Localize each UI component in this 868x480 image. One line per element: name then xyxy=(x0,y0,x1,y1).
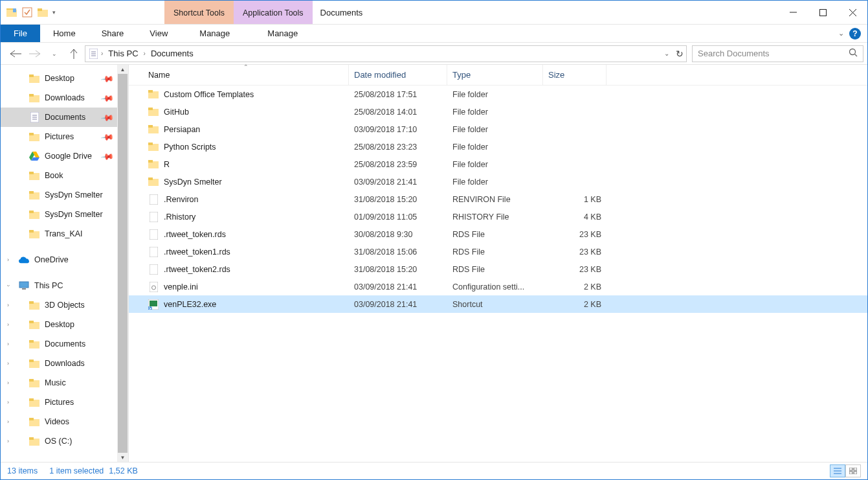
status-item-count: 13 items xyxy=(7,466,38,475)
column-type[interactable]: Type xyxy=(447,65,543,85)
expand-icon[interactable]: › xyxy=(7,302,9,308)
expand-icon[interactable]: › xyxy=(7,360,9,367)
expand-icon[interactable]: › xyxy=(7,399,9,406)
tab-manage-app[interactable]: Manage xyxy=(249,25,317,42)
scroll-up-icon[interactable]: ▲ xyxy=(117,65,128,74)
file-row[interactable]: R25/08/2018 23:59File folder xyxy=(129,155,867,173)
nav-item-sysdyn-smelter[interactable]: SysDyn Smelter xyxy=(1,205,128,224)
column-date[interactable]: Date modified xyxy=(349,65,447,85)
new-folder-icon[interactable] xyxy=(37,6,49,18)
file-row[interactable]: .Rhistory01/09/2018 11:05RHISTORY File4 … xyxy=(129,208,867,225)
file-row[interactable]: .rtweet_token.rds30/08/2018 9:30RDS File… xyxy=(129,225,867,243)
tab-share[interactable]: Share xyxy=(89,25,137,42)
file-list[interactable]: Custom Office Templates25/08/2018 17:51F… xyxy=(129,86,867,462)
svg-rect-40 xyxy=(29,301,34,304)
nav-item-book[interactable]: Book xyxy=(1,166,128,185)
pc-icon xyxy=(19,280,29,291)
qat-dropdown-icon[interactable]: ▾ xyxy=(52,9,56,16)
nav-item-desktop[interactable]: ›Desktop xyxy=(1,315,128,334)
context-tab-application[interactable]: Application Tools xyxy=(234,1,313,24)
column-name[interactable]: Name⌃ xyxy=(143,65,349,85)
refresh-icon[interactable]: ↻ xyxy=(676,49,684,59)
file-row[interactable]: Persiapan03/09/2018 17:10File folder xyxy=(129,120,867,138)
nav-scrollbar[interactable]: ▲ ▼ xyxy=(117,65,128,462)
tab-home[interactable]: Home xyxy=(40,25,89,42)
status-selection: 1 item selected xyxy=(49,466,104,475)
breadcrumb-thispc[interactable]: This PC xyxy=(106,49,140,58)
collapse-icon[interactable]: › xyxy=(5,285,12,287)
file-row[interactable]: .rtweet_token2.rds31/08/2018 15:20RDS Fi… xyxy=(129,260,867,278)
file-type: RDS File xyxy=(447,230,543,239)
file-row[interactable]: .rtweet_token1.rds31/08/2018 15:06RDS Fi… xyxy=(129,243,867,260)
file-row[interactable]: venPLE32.exe03/09/2018 21:41Shortcut2 KB xyxy=(129,295,867,313)
close-button[interactable] xyxy=(838,1,867,24)
nav-item-3d-objects[interactable]: ›3D Objects xyxy=(1,295,128,315)
navigation-pane[interactable]: Desktop📌Downloads📌Documents📌Pictures📌Goo… xyxy=(1,65,129,462)
nav-item-downloads[interactable]: ›Downloads xyxy=(1,354,128,373)
svg-rect-44 xyxy=(29,340,34,343)
nav-item-os-c-[interactable]: ›OS (C:) xyxy=(1,431,128,451)
nav-item-trans_kai[interactable]: Trans_KAI xyxy=(1,224,128,244)
properties-icon[interactable] xyxy=(21,6,33,18)
file-type: RHISTORY File xyxy=(447,212,543,222)
breadcrumb-documents[interactable]: Documents xyxy=(148,49,196,58)
file-name: venPLE32.exe xyxy=(164,300,216,309)
thumbnails-view-button[interactable] xyxy=(845,464,861,477)
nav-item-videos[interactable]: ›Videos xyxy=(1,412,128,431)
nav-item-downloads[interactable]: Downloads📌 xyxy=(1,88,128,108)
nav-item-sysdyn-smelter[interactable]: SysDyn Smelter xyxy=(1,185,128,205)
scroll-down-icon[interactable]: ▼ xyxy=(117,453,128,462)
address-dropdown-icon[interactable]: ⌄ xyxy=(664,50,669,57)
scroll-thumb[interactable] xyxy=(118,74,128,462)
column-size[interactable]: Size xyxy=(543,65,606,85)
minimize-button[interactable] xyxy=(778,1,808,24)
file-date: 25/08/2018 17:51 xyxy=(349,90,447,99)
back-button[interactable] xyxy=(7,45,24,62)
recent-locations-icon[interactable]: ⌄ xyxy=(46,45,63,62)
nav-item-pictures[interactable]: Pictures📌 xyxy=(1,127,128,146)
details-view-button[interactable] xyxy=(830,464,845,477)
search-icon[interactable] xyxy=(849,48,858,59)
svg-rect-71 xyxy=(150,264,158,275)
file-row[interactable]: .Renviron31/08/2018 15:20RENVIRON File1 … xyxy=(129,190,867,208)
nav-item-desktop[interactable]: Desktop📌 xyxy=(1,69,128,88)
svg-rect-82 xyxy=(854,472,857,474)
pin-icon: 📌 xyxy=(100,149,115,163)
sort-indicator-icon: ⌃ xyxy=(243,65,249,70)
breadcrumb-sep-icon[interactable]: › xyxy=(101,50,103,57)
expand-icon[interactable]: › xyxy=(7,380,9,386)
tab-view[interactable]: View xyxy=(137,25,181,42)
nav-item-documents[interactable]: ›Documents xyxy=(1,334,128,354)
file-row[interactable]: SysDyn Smelter03/09/2018 21:41File folde… xyxy=(129,173,867,190)
file-date: 30/08/2018 9:30 xyxy=(349,230,447,239)
file-row[interactable]: GitHub25/08/2018 14:01File folder xyxy=(129,103,867,120)
file-row[interactable]: Custom Office Templates25/08/2018 17:51F… xyxy=(129,86,867,103)
tab-file[interactable]: File xyxy=(1,25,40,42)
nav-item-google-drive[interactable]: Google Drive📌 xyxy=(1,146,128,166)
breadcrumb-sep-icon[interactable]: › xyxy=(144,50,146,57)
expand-icon[interactable]: › xyxy=(7,418,9,425)
nav-item-documents[interactable]: Documents📌 xyxy=(1,108,128,127)
file-row[interactable]: Python Scripts25/08/2018 23:23File folde… xyxy=(129,138,867,155)
expand-icon[interactable]: › xyxy=(7,341,9,347)
maximize-button[interactable] xyxy=(808,1,838,24)
up-button[interactable] xyxy=(65,45,82,62)
folder-icon xyxy=(29,170,39,181)
context-tab-shortcut[interactable]: Shortcut Tools xyxy=(164,1,234,24)
tab-manage-shortcut[interactable]: Manage xyxy=(181,25,249,42)
expand-icon[interactable]: › xyxy=(7,438,9,444)
folder-icon xyxy=(29,190,39,200)
file-row[interactable]: venple.ini03/09/2018 21:41Configuration … xyxy=(129,278,867,295)
nav-onedrive[interactable]: › OneDrive xyxy=(1,250,128,269)
expand-icon[interactable]: › xyxy=(7,257,9,263)
nav-item-music[interactable]: ›Music xyxy=(1,373,128,393)
forward-button[interactable] xyxy=(27,45,43,62)
help-icon[interactable]: ? xyxy=(849,28,861,40)
search-input[interactable] xyxy=(698,49,849,58)
address-bar[interactable]: › This PC › Documents ⌄ ↻ xyxy=(85,45,687,62)
search-box[interactable] xyxy=(692,45,863,62)
ribbon-expand-icon[interactable]: ⌄ xyxy=(838,29,844,38)
nav-item-pictures[interactable]: ›Pictures xyxy=(1,393,128,412)
expand-icon[interactable]: › xyxy=(7,321,9,328)
nav-thispc[interactable]: › This PC xyxy=(1,276,128,295)
